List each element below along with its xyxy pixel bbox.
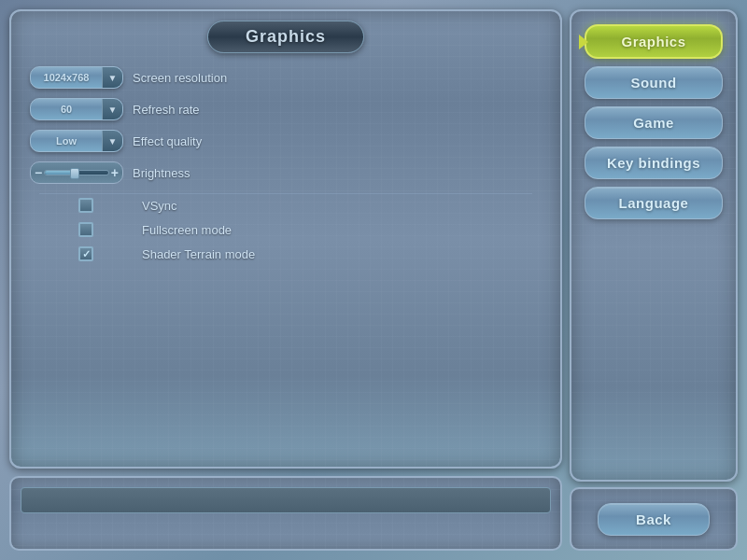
slider-fill (45, 171, 73, 175)
bottom-panel (9, 476, 562, 551)
fullscreen-label: Fullscreen mode (142, 223, 542, 237)
slider-track[interactable] (44, 170, 109, 175)
brightness-label: Brightness (133, 166, 542, 180)
shader-terrain-checkbox-container (39, 246, 133, 261)
screen-resolution-dropdown[interactable]: 1024x768 ▼ (30, 66, 123, 89)
shader-terrain-checkbox[interactable] (78, 246, 93, 261)
slider-minus-icon[interactable]: − (35, 165, 42, 180)
right-panel: Graphics Sound Game Key bindings Languag… (570, 9, 738, 551)
nav-button-game[interactable]: Game (585, 106, 723, 139)
vsync-checkbox-container (39, 198, 133, 213)
left-panel: Graphics 1024x768 ▼ Screen resolution 60 (9, 9, 562, 551)
screen-resolution-arrow[interactable]: ▼ (102, 67, 122, 88)
back-button[interactable]: Back (598, 503, 710, 536)
active-arrow-icon (579, 35, 588, 49)
nav-button-language[interactable]: Language (585, 187, 723, 219)
screen-resolution-row: 1024x768 ▼ Screen resolution (30, 66, 542, 89)
settings-panel: Graphics 1024x768 ▼ Screen resolution 60 (9, 9, 562, 469)
brightness-row: − + Brightness (30, 161, 542, 184)
slider-plus-icon[interactable]: + (111, 165, 119, 180)
effect-quality-dropdown[interactable]: Low ▼ (30, 130, 123, 152)
refresh-rate-value: 60 (31, 104, 102, 115)
effect-quality-arrow[interactable]: ▼ (102, 131, 122, 151)
panel-title-area: Graphics (21, 21, 551, 53)
back-area: Back (570, 487, 738, 551)
refresh-rate-arrow[interactable]: ▼ (102, 99, 122, 119)
shader-terrain-row: Shader Terrain mode (30, 246, 542, 261)
vsync-checkbox[interactable] (78, 198, 93, 213)
nav-buttons-area: Graphics Sound Game Key bindings Languag… (570, 9, 738, 482)
vsync-label: VSync (142, 199, 542, 213)
refresh-rate-label: Refresh rate (133, 103, 542, 117)
main-container: Graphics 1024x768 ▼ Screen resolution 60 (9, 9, 738, 551)
bottom-input[interactable] (21, 487, 551, 513)
effect-quality-value: Low (31, 135, 102, 147)
fullscreen-checkbox[interactable] (78, 222, 93, 237)
nav-button-key-bindings[interactable]: Key bindings (585, 147, 723, 179)
fullscreen-row: Fullscreen mode (30, 222, 542, 237)
fullscreen-checkbox-container (39, 222, 133, 237)
brightness-slider[interactable]: − + (30, 161, 123, 184)
slider-thumb[interactable] (70, 168, 79, 179)
effect-quality-row: Low ▼ Effect quality (30, 130, 542, 152)
separator (39, 193, 532, 194)
refresh-rate-row: 60 ▼ Refresh rate (30, 98, 542, 120)
nav-button-graphics[interactable]: Graphics (585, 24, 723, 59)
screen-resolution-value: 1024x768 (31, 72, 102, 83)
refresh-rate-dropdown[interactable]: 60 ▼ (30, 98, 123, 120)
screen-resolution-label: Screen resolution (133, 71, 542, 85)
effect-quality-label: Effect quality (133, 134, 542, 148)
vsync-row: VSync (30, 198, 542, 213)
panel-title: Graphics (207, 21, 364, 53)
settings-area: 1024x768 ▼ Screen resolution 60 ▼ Refres… (21, 66, 551, 261)
nav-button-sound[interactable]: Sound (585, 66, 723, 99)
shader-terrain-label: Shader Terrain mode (142, 247, 542, 261)
